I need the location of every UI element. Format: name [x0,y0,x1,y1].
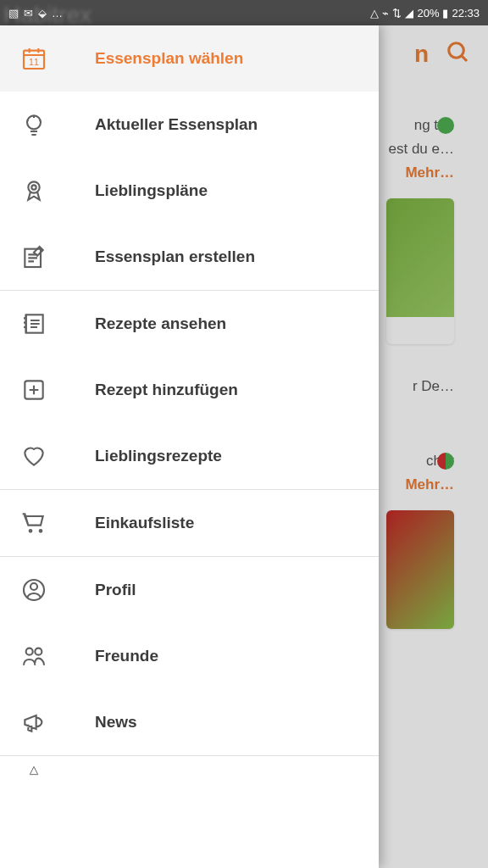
nav-item-view-recipes[interactable]: Rezepte ansehen [0,291,379,357]
nav-label: Rezepte ansehen [95,314,226,333]
nav-item-choose-mealplan[interactable]: 11 Essensplan wählen [0,25,379,92]
status-dot-split [437,453,454,470]
notification-icon: ⬙ [38,7,47,19]
nav-label: Einkaufsliste [95,514,194,532]
calendar-icon: 11 [20,45,47,72]
bluetooth-icon: ⌁ [382,7,389,19]
battery-pct: 20% [417,7,439,19]
more-icon: … [52,7,63,19]
plus-square-icon [20,376,47,403]
ribbon-icon [20,177,47,204]
status-dot-green [437,117,454,134]
megaphone-icon [20,709,47,736]
nav-label: Lieblingsrezepte [95,447,222,465]
svg-text:11: 11 [29,57,39,67]
triangle-icon: △ [370,7,379,19]
nav-label: Lieblingspläne [95,181,208,200]
nav-label: Aktueller Essensplan [95,115,258,134]
nav-item-news[interactable]: News [0,689,379,755]
svg-point-12 [26,648,33,655]
nav-label: News [95,713,137,732]
recipe-card[interactable] [386,198,454,344]
edit-note-icon [20,243,47,270]
nav-label: Essensplan wählen [95,49,243,68]
svg-point-5 [28,181,39,192]
svg-point-0 [449,43,464,58]
nav-item-shopping-list[interactable]: Einkaufsliste [0,490,379,556]
nav-item-add-recipe[interactable]: Rezept hinzufügen [0,357,379,423]
svg-point-6 [31,185,36,189]
cart-icon [20,509,47,537]
nav-label: Profil [95,581,136,599]
nav-item-partial[interactable] [0,756,379,777]
nav-item-favorite-plans[interactable]: Lieblingspläne [0,158,379,224]
nav-label: Freunde [95,647,158,665]
lightbulb-icon [20,111,47,138]
nav-item-favorite-recipes[interactable]: Lieblingsrezepte [0,423,379,489]
heart-icon [20,442,47,470]
recipe-card[interactable] [386,510,454,629]
search-icon[interactable] [446,40,471,69]
triangle-icon [20,765,47,776]
user-circle-icon [20,576,47,604]
gallery-icon: ▧ [8,7,19,19]
mail-icon: ✉ [24,7,33,19]
nav-item-create-mealplan[interactable]: Essensplan erstellen [0,224,379,290]
nav-item-profile[interactable]: Profil [0,557,379,623]
users-icon [20,643,47,670]
svg-line-1 [462,56,467,61]
battery-icon: ▮ [442,7,448,19]
svg-point-11 [30,583,37,590]
status-bar: ▧ ✉ ⬙ … △ ⌁ ⇅ ◢ 20% ▮ 22:33 [0,0,488,25]
nav-item-friends[interactable]: Freunde [0,623,379,689]
nav-label: Essensplan erstellen [95,248,255,266]
nav-label: Rezept hinzufügen [95,381,238,399]
signal-icon: ◢ [405,7,413,19]
navigation-drawer: 11 Essensplan wählen Aktueller Essenspla… [0,25,379,868]
svg-point-13 [35,648,42,655]
wifi-icon: ⇅ [392,7,402,19]
book-icon [20,310,47,337]
clock: 22:33 [452,7,480,19]
nav-item-current-mealplan[interactable]: Aktueller Essensplan [0,92,379,158]
bg-header-letter: n [414,41,429,68]
